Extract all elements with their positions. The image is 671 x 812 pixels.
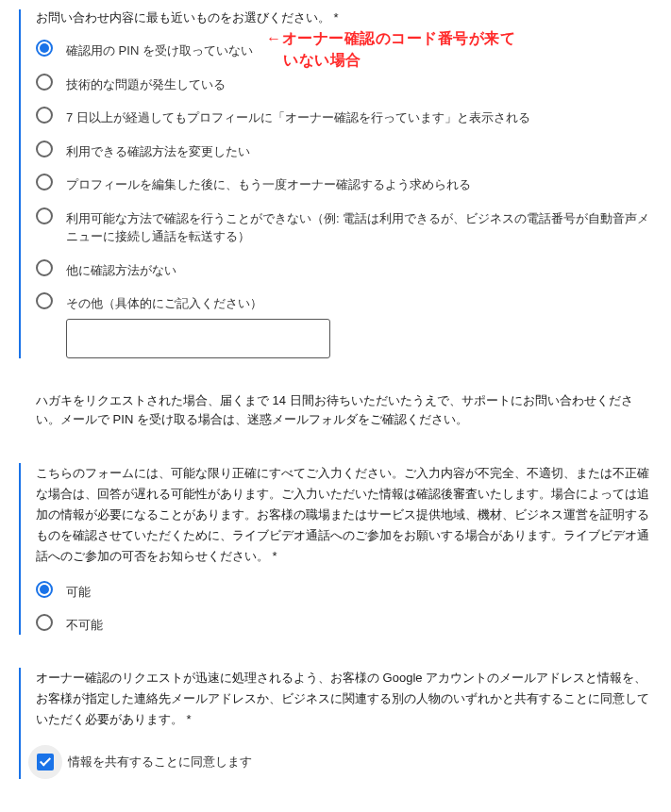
radio-icon xyxy=(36,259,53,276)
radio-label: 利用可能な方法で確認を行うことができない（例: 電話は利用できるが、ビジネスの電… xyxy=(66,207,652,246)
annotation-line1: ←オーナー確認のコード番号が来て xyxy=(266,28,515,49)
postcard-info-text: ハガキをリクエストされた場合、届くまで 14 日間お待ちいただいたうえで、サポー… xyxy=(19,391,652,431)
other-text-input[interactable] xyxy=(66,319,330,358)
radio-label: 可能 xyxy=(66,581,91,602)
radio-option-technical-issue[interactable]: 技術的な問題が発生している xyxy=(36,74,652,94)
radio-option-method-unavailable[interactable]: 利用可能な方法で確認を行うことができない（例: 電話は利用できるが、ビジネスの電… xyxy=(36,207,652,246)
other-text-wrapper xyxy=(66,319,652,358)
radio-option-other[interactable]: その他（具体的にご記入ください） xyxy=(36,292,652,313)
radio-icon xyxy=(36,614,53,631)
radio-label: 他に確認方法がない xyxy=(66,259,176,280)
annotation-line2: いない場合 xyxy=(283,50,361,71)
radio-icon xyxy=(36,207,53,224)
radio-video-yes[interactable]: 可能 xyxy=(36,581,652,602)
radio-icon xyxy=(36,107,53,124)
checkbox-halo xyxy=(28,745,62,779)
radio-label: 利用できる確認方法を変更したい xyxy=(66,141,250,161)
consent-section: オーナー確認のリクエストが迅速に処理されるよう、お客様の Google アカウン… xyxy=(19,668,652,779)
radio-label: その他（具体的にご記入ください） xyxy=(66,292,262,313)
radio-option-change-method[interactable]: 利用できる確認方法を変更したい xyxy=(36,141,652,161)
radio-icon xyxy=(36,141,53,157)
consent-checkbox-label: 情報を共有することに同意します xyxy=(68,754,252,771)
consent-desc: オーナー確認のリクエストが迅速に処理されるよう、お客様の Google アカウン… xyxy=(36,668,652,730)
radio-icon xyxy=(36,74,53,91)
video-call-section: こちらのフォームには、可能な限り正確にすべてご入力ください。ご入力内容が不完全、… xyxy=(19,463,652,634)
radio-label: 7 日以上が経過してもプロフィールに「オーナー確認を行っています」と表示される xyxy=(66,107,530,127)
video-call-desc: こちらのフォームには、可能な限り正確にすべてご入力ください。ご入力内容が不完全、… xyxy=(36,463,652,567)
checkbox-checked-icon xyxy=(37,754,54,771)
radio-icon xyxy=(36,581,53,598)
radio-icon xyxy=(36,292,53,309)
radio-label: 確認用の PIN を受け取っていない xyxy=(66,40,253,60)
radio-option-no-other-method[interactable]: 他に確認方法がない xyxy=(36,259,652,280)
radio-icon xyxy=(36,174,53,191)
consent-checkbox-row[interactable]: 情報を共有することに同意します xyxy=(36,745,652,779)
radio-option-reverify-after-edit[interactable]: プロフィールを編集した後に、もう一度オーナー確認するよう求められる xyxy=(36,174,652,194)
radio-label: プロフィールを編集した後に、もう一度オーナー確認するよう求められる xyxy=(66,174,471,194)
radio-option-7days-pending[interactable]: 7 日以上が経過してもプロフィールに「オーナー確認を行っています」と表示される xyxy=(36,107,652,127)
radio-label: 技術的な問題が発生している xyxy=(66,74,226,94)
radio-video-no[interactable]: 不可能 xyxy=(36,614,652,635)
inquiry-type-question: お問い合わせ内容に最も近いものをお選びください。 * xyxy=(36,9,652,26)
radio-icon xyxy=(36,40,53,57)
form-container: お問い合わせ内容に最も近いものをお選びください。 * 確認用の PIN を受け取… xyxy=(0,0,671,812)
radio-label: 不可能 xyxy=(66,614,103,635)
